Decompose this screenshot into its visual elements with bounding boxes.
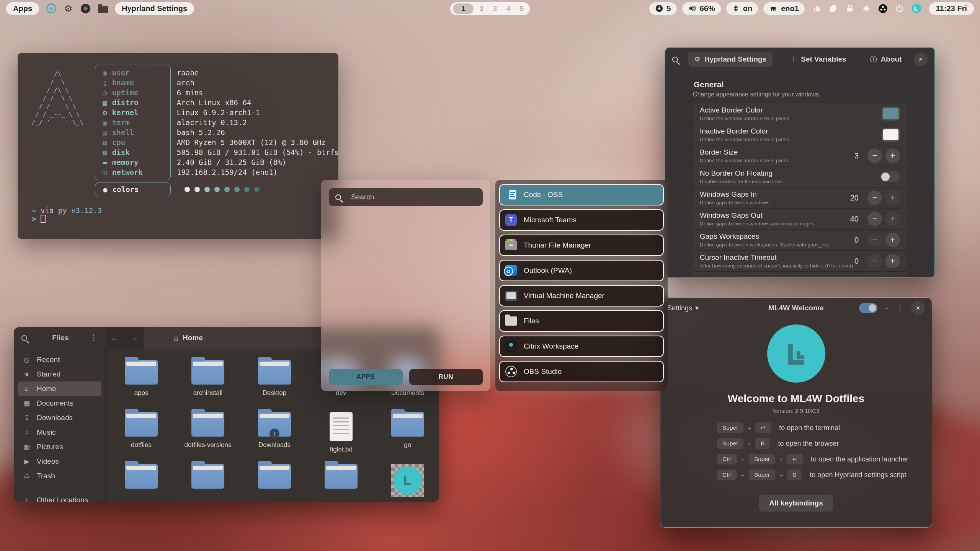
settings-gear-tray-icon[interactable]: ⚙ [63, 3, 74, 14]
prompt-python-version: py v3.12.3 [58, 206, 102, 215]
network-pill[interactable]: eno1 [763, 2, 805, 15]
burst-star-icon[interactable] [862, 4, 871, 13]
plus-button[interactable]: + [885, 233, 900, 247]
folder-icon [258, 360, 291, 385]
sidebar-item-other-locations[interactable]: +Other Locations [18, 493, 101, 502]
workspace-button-1[interactable]: 1 [453, 3, 474, 14]
launcher-run-tab-button[interactable]: RUN [409, 369, 483, 385]
power-icon[interactable] [895, 4, 904, 13]
no-border-floating-toggle[interactable] [880, 171, 900, 182]
file-item-apps[interactable]: apps [108, 360, 175, 412]
minus-button[interactable]: − [867, 212, 882, 226]
key-super: Super [717, 422, 743, 433]
file-item-ml4w-image[interactable] [374, 464, 439, 502]
workspace-button-3[interactable]: 3 [490, 3, 500, 14]
launcher-item-thunar[interactable]: Thunar File Manager [499, 235, 664, 256]
tab-hyprland-settings[interactable]: ⚙Hyprland Settings [688, 52, 773, 67]
inactive-border-color-swatch[interactable] [882, 128, 900, 142]
minus-button[interactable]: − [867, 254, 882, 268]
welcome-menu-kebab-icon[interactable]: ⋮ [896, 303, 904, 313]
ml4w-tray-icon[interactable] [911, 3, 921, 13]
launcher-item-obs-studio[interactable]: OBS Studio [499, 361, 664, 382]
apps-menu-button[interactable]: Apps [6, 2, 39, 15]
file-label: Desktop [263, 389, 286, 397]
volume-pill[interactable]: 66% [682, 2, 721, 15]
file-item-downloads[interactable]: ↓Downloads [241, 412, 308, 464]
plus-button[interactable]: + [885, 191, 900, 205]
bluetooth-pill[interactable]: on [726, 2, 758, 15]
updates-pill[interactable]: 5 [649, 2, 677, 15]
forward-arrow-icon[interactable]: → [130, 333, 139, 343]
file-item-folder[interactable] [108, 464, 175, 502]
ai-updater-tray-icon[interactable]: AI [46, 3, 56, 14]
all-keybindings-button[interactable]: All keybindings [759, 495, 833, 512]
workspace-button-4[interactable]: 4 [503, 3, 514, 14]
workspace-button-2[interactable]: 2 [476, 3, 487, 14]
settings-search-icon[interactable] [672, 57, 682, 62]
workspace-button-5[interactable]: 5 [516, 3, 527, 14]
settings-close-button[interactable]: × [914, 52, 928, 66]
sidebar-item-pictures[interactable]: ▦Pictures [18, 440, 101, 454]
no-focus-fallback-toggle[interactable] [880, 277, 900, 279]
minus-button[interactable]: − [867, 148, 882, 163]
sidebar-item-trash[interactable]: ♺Trash [18, 469, 101, 483]
file-item-folder[interactable] [241, 464, 308, 502]
sidebar-item-starred[interactable]: ★Starred [18, 367, 101, 381]
obs-tray-icon[interactable] [878, 4, 888, 13]
welcome-header-toggle[interactable] [859, 303, 877, 313]
clock[interactable]: 11:23 Fri [929, 2, 974, 15]
minus-button[interactable]: − [867, 191, 882, 205]
minimize-icon[interactable]: − [884, 304, 889, 313]
lock-icon[interactable] [845, 4, 854, 13]
ml4w-logo-icon [394, 466, 422, 495]
active-window-title: Hyprland Settings [115, 2, 194, 15]
file-item-go[interactable]: go [374, 412, 439, 464]
sidebar-label: Trash [37, 472, 55, 480]
prompt-input-line[interactable]: > [32, 215, 324, 223]
key-ctrl: Ctrl [717, 469, 737, 480]
plus-button[interactable]: + [885, 148, 900, 163]
launcher-search-input[interactable]: Search [329, 188, 483, 206]
launcher-item-microsoft-teams[interactable]: T Microsoft Teams [499, 209, 664, 231]
back-arrow-icon[interactable]: ← [111, 333, 119, 343]
tab-set-variables[interactable]: ⋮Set Variables [784, 52, 852, 67]
launcher-apps-tab-button[interactable]: APPS [329, 369, 403, 385]
plus-button[interactable]: + [885, 212, 900, 226]
sidebar-item-home[interactable]: ⌂Home [18, 381, 101, 396]
sidebar-item-music[interactable]: ♫Music [18, 425, 101, 440]
sidebar-item-documents[interactable]: ▤Documents [18, 396, 101, 411]
welcome-close-button[interactable]: × [911, 301, 925, 315]
chromium-tray-icon[interactable] [80, 3, 91, 14]
files-menu-kebab-icon[interactable]: ⋮ [90, 333, 98, 343]
file-item-dotfiles[interactable]: dotfiles [108, 412, 175, 464]
launcher-item-files[interactable]: Files [499, 310, 664, 332]
sidebar-item-videos[interactable]: ▶Videos [18, 454, 101, 469]
clipboard-icon[interactable] [829, 4, 838, 13]
launcher-item-citrix-workspace[interactable]: Citrix Workspace [499, 336, 664, 357]
sidebar-label: Pictures [37, 443, 63, 451]
ml4w-welcome-window: ML4W Welcome Settings ▾ − ⋮ × Welcome to… [660, 297, 932, 528]
file-item-archinstall[interactable]: archinstall [175, 360, 241, 412]
tab-about[interactable]: ⓘAbout [864, 51, 908, 67]
file-manager-tray-icon[interactable] [98, 3, 108, 14]
plus-button[interactable]: + [885, 254, 900, 268]
launcher-item-virtual-machine-manager[interactable]: Virtual Machine Manager [499, 285, 664, 306]
sidebar-item-downloads[interactable]: ↧Downloads [18, 411, 101, 425]
file-item-desktop[interactable]: Desktop [241, 360, 308, 412]
launcher-item-outlook[interactable]: Outlook (PWA) [499, 260, 664, 281]
file-item-dotfiles-versions[interactable]: dotfiles-versions [175, 412, 241, 464]
file-item-figlet-txt[interactable]: figlet.txt [308, 412, 374, 464]
active-border-color-swatch[interactable] [882, 107, 900, 121]
launcher-item-label: Files [524, 317, 539, 325]
kernel-icon: ⚙ [101, 108, 109, 117]
fetch-label: cpu [112, 138, 125, 147]
minus-button[interactable]: − [867, 233, 882, 247]
files-search-icon[interactable] [21, 335, 31, 341]
file-item-folder[interactable] [175, 464, 241, 502]
file-item-folder[interactable] [308, 464, 374, 502]
audio-mixer-icon[interactable] [812, 4, 822, 13]
sidebar-item-recent[interactable]: ◷Recent [18, 352, 101, 367]
launcher-item-code-oss[interactable]: Code - OSS [499, 184, 664, 205]
terminal-color-palette [185, 187, 260, 192]
welcome-settings-menu[interactable]: Settings ▾ [667, 304, 699, 312]
